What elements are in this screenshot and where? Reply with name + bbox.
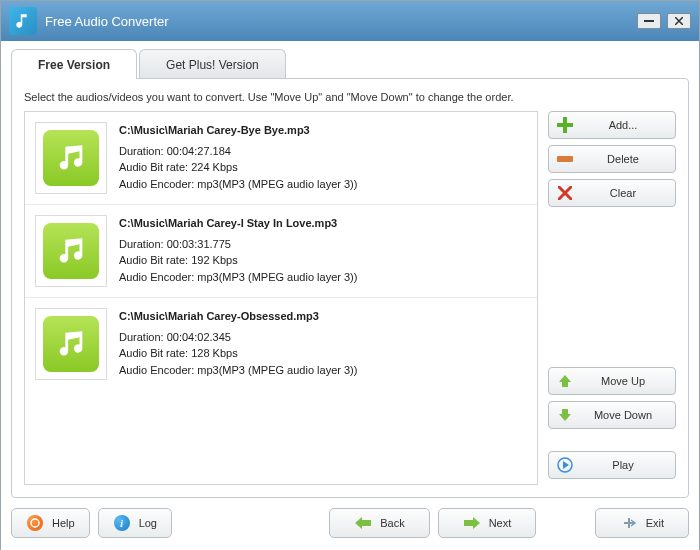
file-encoder: Audio Encoder: mp3(MP3 (MPEG audio layer…: [119, 362, 357, 379]
arrow-right-icon: [463, 514, 481, 532]
instruction-text: Select the audios/videos you want to con…: [24, 91, 676, 103]
file-encoder: Audio Encoder: mp3(MP3 (MPEG audio layer…: [119, 176, 357, 193]
arrow-left-icon: [354, 514, 372, 532]
file-path: C:\Music\Mariah Carey-Obsessed.mp3: [119, 308, 357, 325]
music-icon: [35, 215, 107, 287]
bottom-bar: Help i Log Back Next Exit: [11, 508, 689, 538]
file-encoder: Audio Encoder: mp3(MP3 (MPEG audio layer…: [119, 269, 357, 286]
svg-rect-1: [557, 156, 573, 162]
app-window: Free Audio Converter Free Version Get Pl…: [0, 0, 700, 550]
play-icon: [557, 457, 573, 473]
file-duration: Duration: 00:03:31.775: [119, 236, 357, 253]
tab-free-version[interactable]: Free Version: [11, 49, 137, 79]
app-icon: [9, 7, 37, 35]
log-button[interactable]: i Log: [98, 508, 172, 538]
play-button[interactable]: Play: [548, 451, 676, 479]
help-icon: [26, 514, 44, 532]
clear-button[interactable]: Clear: [548, 179, 676, 207]
x-icon: [557, 185, 573, 201]
info-icon: i: [113, 514, 131, 532]
list-item[interactable]: C:\Music\Mariah Carey-Obsessed.mp3 Durat…: [25, 298, 537, 390]
window-title: Free Audio Converter: [45, 14, 169, 29]
add-button[interactable]: Add...: [548, 111, 676, 139]
file-bitrate: Audio Bit rate: 224 Kbps: [119, 159, 357, 176]
tab-get-plus-version[interactable]: Get Plus! Version: [139, 49, 286, 79]
next-button[interactable]: Next: [438, 508, 537, 538]
arrow-up-icon: [557, 373, 573, 389]
main-panel: Select the audios/videos you want to con…: [11, 78, 689, 498]
plus-icon: [557, 117, 573, 133]
window-controls: [637, 13, 699, 29]
close-button[interactable]: [667, 13, 691, 29]
minimize-button[interactable]: [637, 13, 661, 29]
list-item[interactable]: C:\Music\Mariah Carey-I Stay In Love.mp3…: [25, 205, 537, 298]
file-bitrate: Audio Bit rate: 192 Kbps: [119, 252, 357, 269]
exit-icon: [620, 514, 638, 532]
file-path: C:\Music\Mariah Carey-I Stay In Love.mp3: [119, 215, 357, 232]
music-icon: [35, 308, 107, 380]
arrow-down-icon: [557, 407, 573, 423]
help-button[interactable]: Help: [11, 508, 90, 538]
exit-button[interactable]: Exit: [595, 508, 689, 538]
move-down-button[interactable]: Move Down: [548, 401, 676, 429]
file-list[interactable]: C:\Music\Mariah Carey-Bye Bye.mp3 Durati…: [24, 111, 538, 485]
list-item[interactable]: C:\Music\Mariah Carey-Bye Bye.mp3 Durati…: [25, 112, 537, 205]
side-buttons: Add... Delete Clear Move Up: [548, 111, 676, 485]
file-bitrate: Audio Bit rate: 128 Kbps: [119, 345, 357, 362]
file-path: C:\Music\Mariah Carey-Bye Bye.mp3: [119, 122, 357, 139]
music-icon: [35, 122, 107, 194]
move-up-button[interactable]: Move Up: [548, 367, 676, 395]
tabs: Free Version Get Plus! Version: [11, 49, 689, 79]
titlebar: Free Audio Converter: [1, 1, 699, 41]
file-duration: Duration: 00:04:27.184: [119, 143, 357, 160]
minus-icon: [557, 151, 573, 167]
delete-button[interactable]: Delete: [548, 145, 676, 173]
svg-rect-5: [628, 518, 630, 528]
svg-rect-0: [644, 20, 654, 22]
svg-point-3: [31, 519, 39, 527]
back-button[interactable]: Back: [329, 508, 429, 538]
file-duration: Duration: 00:04:02.345: [119, 329, 357, 346]
